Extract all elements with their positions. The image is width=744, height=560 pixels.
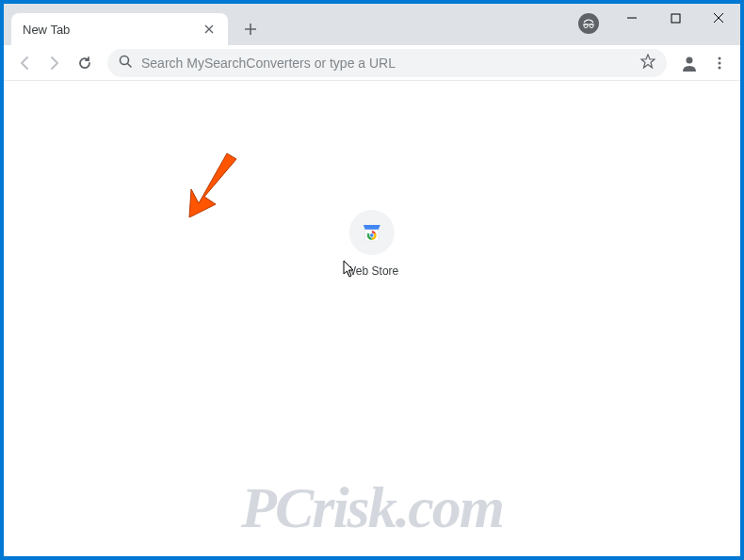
web-store-icon xyxy=(349,210,395,255)
new-tab-button[interactable] xyxy=(237,16,264,42)
back-icon xyxy=(16,55,33,72)
shortcut-web-store[interactable]: Web Store xyxy=(346,210,398,278)
menu-button[interactable] xyxy=(706,50,733,76)
minimize-icon xyxy=(626,12,638,24)
incognito-icon xyxy=(578,13,599,34)
svg-rect-2 xyxy=(671,14,680,23)
window-close-icon xyxy=(713,12,724,24)
bookmark-button[interactable] xyxy=(640,54,655,72)
browser-window: New Tab xyxy=(4,4,740,556)
svg-point-7 xyxy=(719,66,721,69)
profile-icon xyxy=(680,54,699,72)
address-bar-placeholder: Search MySearchConverters or type a URL xyxy=(141,56,631,71)
reload-button[interactable] xyxy=(72,50,98,76)
tab-title: New Tab xyxy=(23,23,202,37)
forward-button[interactable] xyxy=(41,50,68,76)
window-close-button[interactable] xyxy=(697,4,740,32)
browser-tab[interactable]: New Tab xyxy=(11,13,228,45)
maximize-button[interactable] xyxy=(654,4,697,32)
maximize-icon xyxy=(671,13,681,24)
forward-icon xyxy=(46,55,63,72)
titlebar: New Tab xyxy=(4,4,740,45)
star-icon xyxy=(640,54,655,69)
plus-icon xyxy=(244,23,257,36)
svg-point-5 xyxy=(719,56,721,59)
reload-icon xyxy=(76,55,93,72)
annotation-arrow xyxy=(187,152,244,221)
search-icon xyxy=(119,55,132,72)
svg-point-4 xyxy=(687,56,693,63)
window-controls xyxy=(610,4,740,32)
minimize-button[interactable] xyxy=(610,4,654,32)
address-bar[interactable]: Search MySearchConverters or type a URL xyxy=(107,49,667,77)
profile-button[interactable] xyxy=(676,50,703,76)
close-icon[interactable] xyxy=(202,22,217,37)
back-button[interactable] xyxy=(11,50,38,76)
shortcuts-grid: Web Store xyxy=(346,210,398,278)
shortcut-label: Web Store xyxy=(346,264,398,278)
watermark: PCrisk.com xyxy=(241,474,503,541)
svg-point-6 xyxy=(719,61,721,64)
toolbar: Search MySearchConverters or type a URL xyxy=(4,45,740,81)
page-content: Web Store PCrisk.com xyxy=(4,81,740,556)
menu-icon xyxy=(712,56,727,71)
